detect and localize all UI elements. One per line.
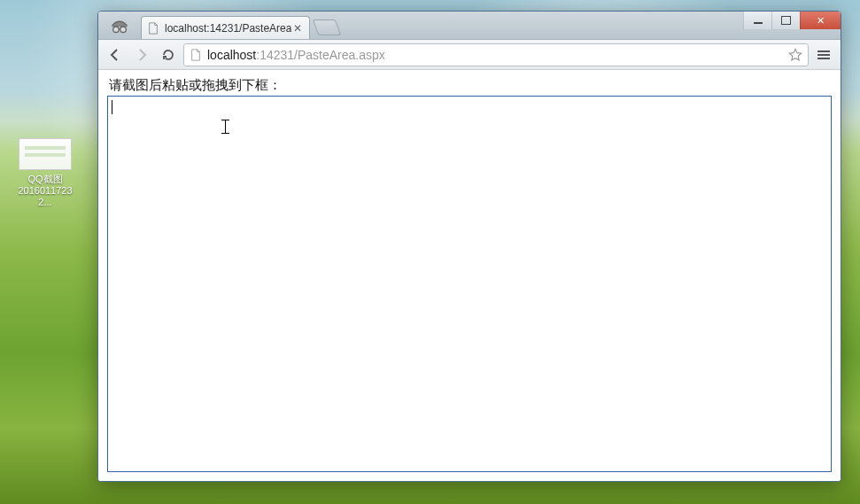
incognito-icon xyxy=(104,14,136,39)
window-close-button[interactable] xyxy=(800,12,841,29)
page-icon xyxy=(190,49,202,61)
file-label-line2: 20160117232... xyxy=(18,185,72,207)
forward-button[interactable] xyxy=(130,43,153,66)
browser-window: localhost:14231/PasteArea ✕ localhost:14… xyxy=(97,11,841,482)
new-tab-button[interactable] xyxy=(313,19,342,35)
window-controls xyxy=(743,12,841,29)
desktop-file-icon[interactable]: QQ截图 20160117232... xyxy=(14,138,76,208)
text-caret xyxy=(112,100,112,114)
svg-point-1 xyxy=(120,27,127,33)
tab-favicon-page-icon xyxy=(147,22,159,35)
bookmark-star-icon[interactable] xyxy=(788,48,802,62)
hamburger-menu-icon[interactable] xyxy=(812,43,835,66)
browser-toolbar: localhost:14231/PasteArea.aspx xyxy=(98,40,841,70)
file-label-line1: QQ截图 xyxy=(27,174,62,184)
tab-title: localhost:14231/PasteArea xyxy=(165,22,291,35)
tab-strip: localhost:14231/PasteArea ✕ xyxy=(98,12,841,40)
paste-drop-area[interactable] xyxy=(107,96,832,472)
page-content: 请截图后粘贴或拖拽到下框： xyxy=(98,70,841,481)
svg-point-0 xyxy=(113,27,120,33)
reload-button[interactable] xyxy=(157,43,180,66)
file-label: QQ截图 20160117232... xyxy=(14,174,76,208)
ibeam-cursor-icon xyxy=(221,120,229,134)
back-button[interactable] xyxy=(104,43,127,66)
window-maximize-button[interactable] xyxy=(771,12,800,29)
address-bar[interactable]: localhost:14231/PasteArea.aspx xyxy=(183,43,809,66)
url-host: localhost xyxy=(207,48,256,62)
paste-instruction-label: 请截图后粘贴或拖拽到下框： xyxy=(109,77,832,94)
url-path: /PasteArea.aspx xyxy=(294,48,385,62)
file-thumbnail xyxy=(19,138,72,170)
window-minimize-button[interactable] xyxy=(743,12,771,29)
tab-close-icon[interactable]: ✕ xyxy=(291,22,304,35)
browser-tab[interactable]: localhost:14231/PasteArea ✕ xyxy=(141,16,310,39)
url-port: :14231 xyxy=(256,48,294,62)
url-text: localhost:14231/PasteArea.aspx xyxy=(207,48,783,62)
